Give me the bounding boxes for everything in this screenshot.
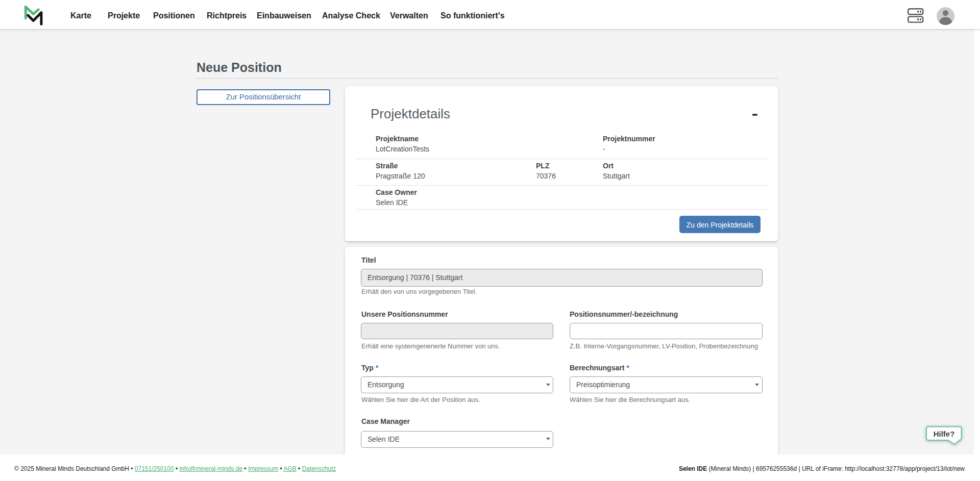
svg-text:Hilfe?: Hilfe? bbox=[934, 429, 955, 438]
